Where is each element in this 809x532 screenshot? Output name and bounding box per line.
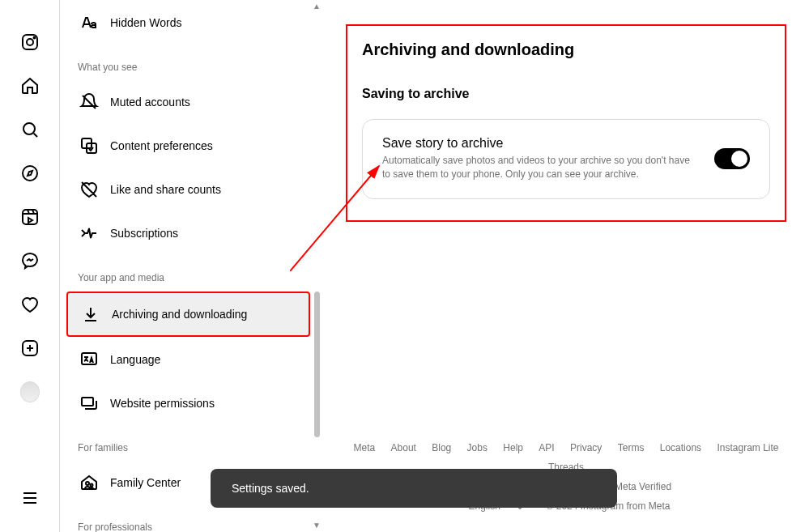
footer-link[interactable]: Locations — [660, 442, 701, 453]
footer-link[interactable]: Blog — [432, 442, 451, 453]
sidebar-item-archiving-downloading[interactable]: Archiving and downloading — [66, 292, 310, 337]
save-story-card: Save story to archive Automatically save… — [362, 119, 770, 199]
sidebar-item-website-permissions[interactable]: Website permissions — [66, 382, 310, 424]
svg-rect-10 — [82, 398, 93, 406]
download-icon — [81, 304, 100, 324]
settings-sidebar: Hidden Words What you see Muted accounts… — [60, 0, 323, 532]
svg-point-12 — [91, 484, 93, 487]
footer-link[interactable]: About — [391, 442, 416, 453]
svg-point-3 — [23, 123, 35, 134]
messenger-icon[interactable] — [20, 251, 40, 270]
sidebar-item-label: Like and share counts — [110, 183, 221, 196]
like-share-icon — [79, 180, 99, 199]
search-icon[interactable] — [20, 120, 40, 139]
sidebar-item-subscriptions[interactable]: Subscriptions — [66, 212, 310, 254]
save-story-toggle[interactable] — [714, 148, 750, 169]
sidebar-item-language[interactable]: Language — [66, 338, 310, 381]
footer-link[interactable]: Terms — [618, 442, 645, 453]
home-icon[interactable] — [20, 76, 40, 96]
sidebar-item-label: Content preferences — [110, 139, 213, 152]
sidebar-item-label: Language — [110, 353, 160, 366]
footer-link[interactable]: Meta Verified — [615, 481, 671, 492]
footer-link[interactable]: Jobs — [467, 442, 488, 453]
language-icon — [79, 350, 99, 369]
card-title: Save story to archive — [382, 136, 698, 151]
section-professionals: For professionals — [60, 505, 317, 532]
footer-link[interactable]: Help — [503, 442, 523, 453]
scroll-down-arrow[interactable]: ▼ — [310, 519, 323, 532]
annotation-highlight-box: Archiving and downloading Saving to arch… — [346, 24, 786, 222]
create-icon[interactable] — [20, 338, 40, 358]
footer-link[interactable]: Meta — [354, 442, 376, 453]
sidebar-item-label: Website permissions — [110, 397, 215, 410]
section-title: Saving to archive — [362, 87, 770, 101]
subscriptions-icon — [79, 223, 99, 243]
svg-rect-9 — [82, 353, 96, 364]
section-families: For families — [60, 426, 317, 460]
section-what-you-see: What you see — [60, 45, 317, 79]
website-permissions-icon — [79, 394, 99, 413]
scrollbar-thumb[interactable] — [314, 292, 320, 437]
footer-link[interactable]: API — [539, 442, 554, 453]
svg-point-1 — [27, 39, 33, 45]
scroll-up-arrow[interactable]: ▲ — [310, 0, 323, 13]
sidebar-item-label: Hidden Words — [110, 16, 181, 29]
muted-icon — [79, 92, 99, 112]
svg-point-4 — [23, 166, 37, 181]
notifications-icon[interactable] — [20, 295, 40, 314]
sidebar-item-like-share-counts[interactable]: Like and share counts — [66, 168, 310, 211]
main-panel: Archiving and downloading Saving to arch… — [323, 0, 809, 532]
sidebar-item-hidden-words[interactable]: Hidden Words — [66, 2, 310, 44]
footer-link[interactable]: Instagram Lite — [717, 442, 778, 453]
family-center-icon — [79, 473, 99, 492]
sidebar-item-label: Muted accounts — [110, 96, 190, 109]
menu-icon[interactable] — [20, 488, 40, 508]
footer-link[interactable]: Privacy — [570, 442, 602, 453]
scrollbar[interactable]: ▲ ▼ — [310, 0, 323, 532]
reels-icon[interactable] — [20, 207, 40, 227]
avatar[interactable] — [20, 382, 40, 402]
sidebar-item-label: Family Center — [110, 476, 181, 489]
card-subtitle: Automatically save photos and videos to … — [382, 154, 698, 182]
toast-message: Settings saved. — [211, 469, 617, 508]
page-title: Archiving and downloading — [362, 40, 770, 59]
content-preferences-icon — [79, 136, 99, 155]
explore-icon[interactable] — [20, 164, 40, 183]
svg-point-11 — [86, 482, 89, 485]
sidebar-item-label: Subscriptions — [110, 227, 178, 240]
nav-rail — [0, 0, 60, 532]
section-app-media: Your app and media — [60, 256, 317, 290]
sidebar-item-muted-accounts[interactable]: Muted accounts — [66, 81, 310, 123]
sidebar-item-label: Archiving and downloading — [112, 308, 247, 321]
instagram-icon[interactable] — [20, 32, 40, 52]
hidden-words-icon — [79, 13, 99, 32]
sidebar-item-content-preferences[interactable]: Content preferences — [66, 125, 310, 167]
svg-point-2 — [33, 37, 35, 39]
